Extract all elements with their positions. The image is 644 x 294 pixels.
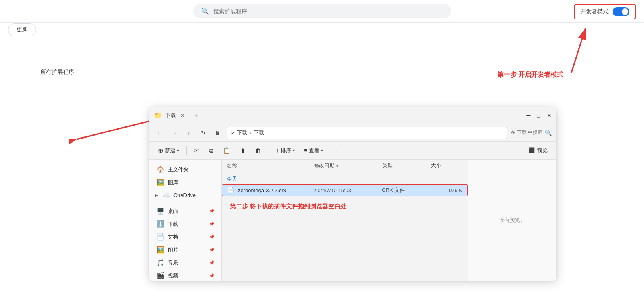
sidebar-item-desktop[interactable]: 🖥️ 桌面 📌 (151, 205, 220, 217)
tab-close-button[interactable]: ✕ (179, 112, 186, 119)
breadcrumb-arrow: › (250, 130, 251, 136)
downloads-icon: ⬇️ (156, 220, 165, 228)
sidebar-item-music[interactable]: 🎵 音乐 📌 (151, 256, 220, 269)
file-row-crx[interactable]: 📄 zeroomega-3.2.2.crx 2024/7/10 15:03 CR… (222, 184, 468, 196)
sidebar-item-documents[interactable]: 📄 文档 📌 (151, 231, 220, 243)
tab-add-button[interactable]: + (194, 112, 198, 119)
col-date-label: 修改日期 (314, 162, 335, 168)
fe-search-icon[interactable]: 🔍 (545, 130, 552, 136)
desktop-pin-icon: 📌 (209, 209, 214, 213)
delete-icon: 🗑 (255, 147, 261, 154)
sort-label: 排序 (281, 147, 291, 154)
sidebar-item-onedrive[interactable]: ▶ ☁️ OneDrive (151, 189, 220, 202)
music-pin-icon: 📌 (209, 260, 214, 265)
tab-title: 下载 (165, 112, 176, 119)
breadcrumb-part2: 下载 (254, 129, 264, 136)
window-controls: ─ □ ✕ (527, 112, 552, 119)
onedrive-icon: ☁️ (162, 191, 170, 199)
dev-mode-label: 开发者模式 (580, 8, 609, 15)
sidebar-item-downloads-label: 下载 (168, 220, 178, 228)
arrow1-svg (515, 20, 596, 77)
sidebar-item-pictures[interactable]: 🖼️ 图片 📌 (151, 244, 220, 256)
pictures-icon: 🖼️ (156, 246, 165, 254)
up-button[interactable]: ↑ (183, 127, 194, 139)
dev-mode-toggle[interactable] (613, 7, 629, 16)
search-icon: 🔍 (201, 7, 209, 15)
fe-search-area: 在 下载 中搜索 🔍 (511, 129, 552, 136)
file-explorer-window: 📁 下载 ✕ + ─ □ ✕ ← → ↑ ↻ 🖥 > 下载 › 下载 (149, 107, 556, 281)
step2-annotation: 第二步 将下载的插件文件拖到浏览器空白处 (222, 196, 468, 217)
desktop-icon: 🖥️ (156, 207, 165, 215)
col-type-label: 类型 (382, 162, 393, 168)
preview-icon: ⬛ (528, 147, 535, 153)
sidebar-quick-access: 🖥️ 桌面 📌 ⬇️ 下载 📌 📄 文档 📌 (149, 205, 221, 281)
view-arrow-icon: ▾ (321, 148, 323, 153)
breadcrumb[interactable]: > 下载 › 下载 (227, 127, 507, 139)
file-list: 今天 📄 zeroomega-3.2.2.crx 2024/7/10 15:03… (222, 172, 468, 281)
fe-tab: 📁 下载 ✕ (154, 111, 186, 119)
fe-preview-panel: 没有预览。 (468, 160, 556, 281)
sidebar-item-desktop-label: 桌面 (168, 208, 178, 215)
paste-icon: 📋 (223, 147, 231, 154)
crx-file-name: zeroomega-3.2.2.crx (238, 187, 313, 193)
col-size-header[interactable]: 大小 (431, 162, 463, 169)
col-name-header[interactable]: 名称 (227, 162, 314, 169)
update-button[interactable]: 更新 (8, 23, 36, 36)
search-hint: 在 下载 中搜索 (511, 129, 542, 136)
crx-file-size: 1,026 K (430, 187, 463, 193)
col-type-header[interactable]: 类型 (382, 162, 431, 169)
view-icon: ≡ (304, 147, 308, 153)
toolbar-preview-button[interactable]: ⬛ 预览 (524, 145, 552, 156)
maximize-button[interactable]: □ (537, 112, 540, 119)
more-label: ··· (333, 147, 337, 153)
toolbar-delete-button[interactable]: 🗑 (251, 144, 265, 157)
sidebar-item-gallery-label: 图库 (168, 179, 178, 186)
toolbar-copy-button[interactable]: ⧉ (205, 144, 217, 157)
home-icon: 🏠 (156, 166, 165, 173)
sidebar-item-videos[interactable]: 🎬 视频 📌 (151, 269, 220, 281)
today-group-header: 今天 (222, 172, 468, 184)
search-container: 🔍 (193, 4, 451, 18)
videos-icon: 🎬 (156, 272, 165, 279)
close-button[interactable]: ✕ (547, 112, 552, 119)
toolbar-separator-2 (269, 146, 269, 155)
back-button[interactable]: ← (154, 127, 165, 139)
col-date-header[interactable]: 修改日期 ▾ (314, 162, 382, 169)
pictures-pin-icon: 📌 (209, 248, 214, 252)
toolbar-more-button[interactable]: ··· (329, 144, 341, 157)
toolbar-cut-button[interactable]: ✂ (190, 144, 203, 157)
fe-main: 🏠 主文件夹 🖼️ 图库 ▶ ☁️ OneDrive 🖥️ 桌面 📌 (149, 160, 556, 281)
downloads-pin-icon: 📌 (209, 222, 214, 226)
new-label: 新建 (165, 147, 175, 154)
step1-annotation: 第一步 开启开发者模式 (497, 71, 563, 79)
toolbar-new-button[interactable]: ⊕ 新建 ▾ (154, 144, 183, 157)
all-extensions-label: 所有扩展程序 (40, 69, 74, 76)
monitor-button[interactable]: 🖥 (212, 127, 223, 139)
sidebar-item-documents-label: 文档 (168, 233, 178, 241)
sidebar-item-downloads[interactable]: ⬇️ 下载 📌 (151, 218, 220, 230)
col-size-label: 大小 (431, 162, 441, 168)
date-sort-icon: ▾ (336, 164, 338, 168)
minimize-button[interactable]: ─ (527, 112, 531, 119)
onedrive-arrow-icon: ▶ (155, 193, 158, 197)
toolbar-view-button[interactable]: ≡ 查看 ▾ (300, 144, 327, 157)
search-input[interactable] (213, 8, 443, 15)
sidebar-item-gallery[interactable]: 🖼️ 图库 (151, 176, 220, 189)
sidebar-item-home[interactable]: 🏠 主文件夹 (151, 163, 220, 176)
column-headers: 名称 修改日期 ▾ 类型 大小 (222, 160, 468, 172)
toolbar-paste-button[interactable]: 📋 (219, 144, 235, 157)
forward-button[interactable]: → (169, 127, 180, 139)
refresh-button[interactable]: ↻ (198, 127, 209, 139)
fe-toolbar: ⊕ 新建 ▾ ✂ ⧉ 📋 ⬆ 🗑 ↕ 排序 (149, 142, 556, 160)
sidebar-item-videos-label: 视频 (168, 272, 178, 279)
preview-no-preview: 没有预览。 (499, 216, 525, 224)
sidebar-item-home-label: 主文件夹 (168, 166, 189, 173)
breadcrumb-part1: 下载 (237, 129, 247, 136)
col-name-label: 名称 (227, 162, 237, 169)
documents-pin-icon: 📌 (209, 235, 214, 239)
dev-mode-area: 开发者模式 (574, 4, 636, 19)
toolbar-sort-button[interactable]: ↕ 排序 ▾ (272, 144, 299, 157)
toolbar-share-button[interactable]: ⬆ (236, 144, 250, 157)
sidebar-item-music-label: 音乐 (168, 259, 178, 267)
svg-line-1 (571, 28, 586, 73)
